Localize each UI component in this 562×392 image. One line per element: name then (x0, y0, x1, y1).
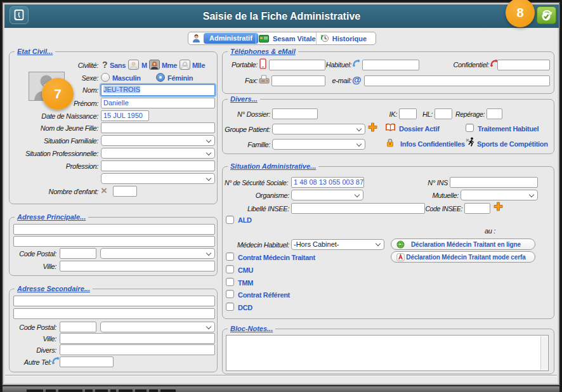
scrollbar[interactable] (540, 336, 547, 370)
contrat-referent-checkbox[interactable] (226, 290, 234, 298)
tab-historique[interactable]: Historique (316, 32, 376, 44)
confidentiel-label: Confidentiel: (432, 60, 489, 70)
sexe-masculin-radio[interactable] (101, 73, 110, 82)
hl-label: HL: (420, 109, 433, 120)
plus-icon[interactable] (493, 202, 503, 211)
sexe-masculin-label[interactable]: Masculin (112, 74, 141, 83)
bloc-notes-textarea[interactable] (226, 335, 549, 371)
profession-input[interactable] (101, 160, 215, 171)
sports-competition-label[interactable]: Sports de Compétition (477, 140, 548, 149)
tab-sesam-vitale[interactable]: Sesam Vitale (256, 32, 316, 44)
civilite-m-label[interactable]: M (141, 61, 147, 70)
open-book-icon[interactable] (385, 123, 396, 132)
civilite-mme-button[interactable] (149, 60, 160, 70)
contrat-mt-checkbox[interactable] (226, 252, 234, 261)
code-postal2-label: Code Postal: (10, 322, 56, 333)
ville2-input[interactable] (60, 333, 215, 344)
adresse2-ligne1-input[interactable] (13, 296, 215, 306)
adresse2-ligne2-input[interactable] (13, 308, 215, 319)
ville1-select[interactable] (100, 248, 215, 259)
tab-administratif-label: Administratif (204, 33, 258, 44)
ik-input[interactable] (399, 108, 417, 119)
email-input[interactable] (364, 75, 550, 86)
medecin-habituel-select[interactable]: -Hors Cabinet- (291, 239, 384, 250)
chevron-down-icon (356, 141, 362, 147)
divers-input[interactable] (60, 344, 215, 355)
declaration-mt-ligne-button[interactable]: Déclaration Médecin Traitant en ligne (391, 238, 535, 250)
autre-tel-input[interactable] (60, 356, 114, 367)
adresse1-ligne2-input[interactable] (13, 236, 215, 247)
ald-label[interactable]: ALD (238, 216, 252, 225)
cmu-label[interactable]: CMU (238, 266, 253, 275)
groupe-patient-select[interactable] (272, 124, 365, 134)
civilite-m-button[interactable] (128, 60, 139, 70)
confidentiel-input[interactable] (497, 60, 550, 70)
num-ins-input[interactable] (450, 177, 538, 188)
traitement-habituel-label[interactable]: Traitement Habituel (478, 124, 539, 134)
ville1-input[interactable] (60, 261, 215, 271)
traitement-habituel-checkbox[interactable] (466, 124, 474, 132)
reperage-input[interactable] (487, 108, 502, 119)
mobile-phone-icon (259, 58, 266, 69)
situation-administrative-title[interactable]: Situation Administrative... (228, 162, 318, 171)
adresse-secondaire-title[interactable]: Adresse Secondaire... (15, 284, 93, 293)
situation-familiale-select[interactable] (101, 135, 215, 146)
habituel-input[interactable] (362, 60, 419, 70)
sexe-feminin-radio[interactable] (156, 73, 165, 82)
mutuelle-select[interactable] (461, 190, 538, 200)
infos-confidentielles-label[interactable]: Infos Confidentielles (400, 140, 465, 149)
fax-icon (259, 75, 270, 84)
prenom-input[interactable]: Danielle (101, 98, 215, 108)
etat-civil-title[interactable]: Etat Civil... (15, 47, 55, 56)
bloc-notes-title[interactable]: Bloc-Notes... (228, 324, 275, 333)
plus-icon[interactable] (368, 122, 377, 132)
at-icon: @ (352, 74, 362, 85)
group-telephones: Téléphones & eMail Portable: Habituel: C… (222, 51, 554, 94)
profession-select[interactable] (101, 173, 215, 184)
num-dossier-input[interactable] (272, 108, 318, 119)
civilite-mlle-button[interactable] (180, 60, 190, 70)
libelle-insee-label: Libellé INSEE: (223, 204, 289, 214)
divers-title[interactable]: Divers... (228, 95, 260, 103)
civilite-mme-label[interactable]: Mme (162, 61, 177, 70)
contrat-mt-label[interactable]: Contrat Médecin Traitant (238, 253, 315, 263)
code-postal2-input[interactable] (60, 322, 96, 332)
nom-jeune-fille-input[interactable] (101, 122, 215, 133)
tab-administratif[interactable]: Administratif (188, 32, 256, 44)
sexe-feminin-label[interactable]: Féminin (167, 74, 193, 83)
cmu-checkbox[interactable] (226, 265, 234, 273)
telephones-title[interactable]: Téléphones & eMail (228, 47, 298, 56)
dcd-label[interactable]: DCD (238, 303, 252, 313)
nom-input[interactable]: JEU-TROIS (101, 84, 215, 96)
situation-professionnelle-select[interactable] (101, 148, 215, 159)
reperage-label: Repérage: (448, 109, 485, 120)
tmm-checkbox[interactable] (226, 278, 234, 286)
civilite-sans-label[interactable]: Sans (110, 61, 126, 70)
declaration-mt-cerfa-button[interactable]: Déclaration Médecin Traitant mode cerfa (391, 251, 535, 263)
ville2-select[interactable] (100, 322, 215, 332)
chevron-down-icon (529, 192, 534, 197)
profession-label: Profession: (10, 161, 98, 172)
civilite-mlle-label[interactable]: Mlle (192, 61, 205, 70)
code-postal1-input[interactable] (60, 248, 96, 259)
organisme-select[interactable] (291, 190, 363, 200)
adresse1-ligne1-input[interactable] (13, 224, 215, 235)
titlebar: Saisie de la Fiche Administrative (4, 4, 559, 28)
num-securite-sociale-input[interactable]: 1 48 08 13 055 003 87 (291, 177, 364, 188)
phone-blue-icon (352, 59, 360, 67)
famille-select[interactable] (272, 139, 365, 150)
libelle-insee-input[interactable] (291, 203, 425, 214)
dcd-checkbox[interactable] (226, 303, 234, 311)
ald-checkbox[interactable] (226, 216, 234, 224)
validate-button[interactable] (537, 6, 556, 24)
code-insee-input[interactable] (464, 203, 490, 214)
adresse-principale-title[interactable]: Adresse Principale... (15, 212, 88, 221)
tmm-label[interactable]: TMM (238, 278, 253, 288)
nombre-enfant-input[interactable] (113, 186, 137, 197)
dossier-actif-label[interactable]: Dossier Actif (399, 124, 440, 134)
ik-label: IK: (384, 109, 397, 120)
medecin-habituel-label: Médecin Habituel: (223, 240, 289, 251)
clear-x-icon: × (101, 185, 107, 197)
date-naissance-input[interactable]: 15 JUL 1950 (101, 110, 149, 121)
contrat-referent-label[interactable]: Contrat Référent (238, 291, 290, 300)
